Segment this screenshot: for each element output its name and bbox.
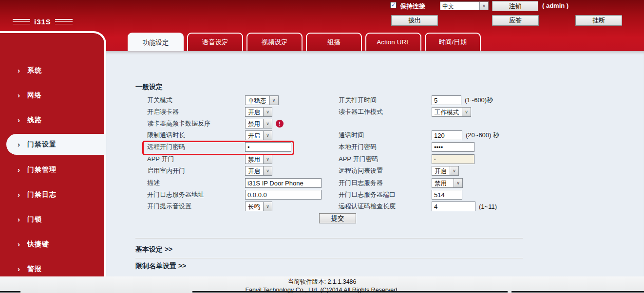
basic-settings-link[interactable]: 基本设定 >> — [135, 245, 172, 254]
field-label: 限制通话时长 — [147, 130, 185, 140]
field-label: 远程访问表设置 — [339, 166, 383, 176]
switch-open-time-input[interactable] — [432, 95, 461, 105]
footer: 当前软件版本: 2.1.1.3486 Fanvil Technology Co.… — [0, 276, 644, 293]
sidebar-item-hotkey[interactable]: › 快捷键 — [0, 238, 104, 250]
field-label: 开关模式 — [147, 95, 172, 105]
submit-button[interactable]: 提交 — [319, 213, 356, 223]
switch-mode-select[interactable]: 单稳态∨ — [245, 95, 279, 105]
chevron-down-icon: ∨ — [263, 155, 272, 164]
sidebar-item-access-log[interactable]: › 门禁日志 — [0, 189, 104, 201]
logo-lines-icon — [13, 19, 30, 25]
chevron-right-icon: › — [18, 266, 20, 273]
chevron-down-icon: ∨ — [263, 202, 272, 211]
dial-button[interactable]: 拨出 — [391, 15, 438, 26]
chevron-right-icon: › — [18, 191, 20, 198]
tab-video-settings[interactable]: 视频设定 — [246, 33, 303, 51]
hangup-button[interactable]: 挂断 — [575, 15, 622, 26]
chevron-right-icon: › — [18, 67, 20, 74]
field-label: 通话时间 — [339, 130, 364, 140]
section-title: 一般设定 — [135, 83, 163, 92]
sidebar-item-line[interactable]: › 线路 — [0, 114, 104, 126]
field-label: 本地开门密码 — [339, 142, 377, 152]
software-version: 当前软件版本: 2.1.1.3486 — [0, 276, 644, 286]
field-label: 开门日志服务器端口 — [339, 190, 396, 200]
chevron-down-icon: ∨ — [263, 131, 272, 140]
field-label: 开启读卡器 — [147, 107, 179, 117]
tab-action-url[interactable]: Action URL — [365, 33, 421, 51]
tab-time-date[interactable]: 时间/日期 — [425, 33, 481, 51]
open-door-tone-select[interactable]: 长鸣∨ — [245, 201, 272, 211]
door-log-server-address-input[interactable] — [245, 190, 322, 200]
keep-connected-checkbox[interactable]: ✓ — [390, 2, 397, 8]
tab-function-settings[interactable]: 功能设定 — [128, 33, 184, 52]
field-label: 读卡器工作模式 — [339, 107, 383, 117]
chevron-down-icon: ∨ — [454, 179, 462, 187]
field-label: 启用室内开门 — [147, 166, 185, 176]
door-log-server-select[interactable]: 禁用∨ — [432, 178, 463, 188]
app-open-door-select[interactable]: 禁用∨ — [245, 154, 272, 164]
field-label: 读卡器高频卡数据反序 — [147, 119, 210, 128]
range-hint: (1~11) — [479, 203, 497, 210]
chevron-down-icon: ∨ — [263, 166, 272, 175]
logout-button[interactable]: 注销 — [492, 1, 538, 11]
chevron-right-icon: › — [18, 92, 20, 99]
chevron-right-icon: › — [18, 241, 20, 248]
door-log-server-port-input[interactable] — [432, 190, 462, 200]
logged-in-user: ( admin ) — [542, 2, 568, 9]
sidebar-item-system[interactable]: › 系统 — [0, 65, 104, 76]
call-time-input[interactable] — [432, 130, 462, 140]
keep-connected-label: 保持连接 — [400, 2, 425, 11]
sidebar-item-door-lock[interactable]: › 门锁 — [0, 214, 104, 225]
field-label: 开门日志服务器地址 — [147, 190, 204, 200]
call-duration-limit-select[interactable]: 开启∨ — [245, 130, 272, 140]
tab-multicast[interactable]: 组播 — [306, 33, 362, 51]
field-label: 开关打开时间 — [339, 95, 377, 105]
cropped-element-edge — [192, 291, 508, 293]
remote-auth-length-input[interactable] — [432, 201, 475, 211]
divider — [135, 238, 523, 239]
logo-text: i31S — [34, 18, 51, 26]
chevron-right-icon: › — [18, 216, 20, 223]
field-label: APP 开门 — [147, 154, 174, 164]
divider — [135, 258, 523, 259]
field-label: 开门日志服务器 — [339, 178, 383, 188]
card-reader-work-mode-select[interactable]: 工作模式∨ — [432, 107, 471, 117]
cropped-element-edge — [511, 291, 644, 293]
remote-door-password-input[interactable] — [245, 142, 291, 152]
indoor-open-select[interactable]: 开启∨ — [245, 166, 272, 176]
chevron-down-icon: ∨ — [263, 119, 272, 128]
field-label: APP 开门密码 — [339, 154, 378, 164]
remote-access-table-select[interactable]: 开启∨ — [432, 166, 459, 176]
warning-icon: ! — [276, 120, 284, 128]
chevron-right-icon: › — [18, 166, 20, 173]
brand-logo: i31S — [13, 18, 73, 26]
tab-bar: 功能设定 语音设定 视频设定 组播 Action URL 时间/日期 — [128, 33, 481, 52]
chevron-down-icon: ∨ — [269, 96, 278, 105]
chevron-right-icon: › — [18, 117, 20, 124]
hf-card-reverse-select[interactable]: 禁用∨ — [245, 119, 272, 128]
sidebar-item-network[interactable]: › 网络 — [0, 90, 104, 101]
sidebar-item-access-settings[interactable]: › 门禁设置 — [0, 139, 104, 150]
logo-lines-icon — [55, 19, 73, 25]
local-door-password-input[interactable] — [432, 142, 474, 152]
restrict-list-link[interactable]: 限制名单设置 >> — [135, 262, 186, 271]
chevron-down-icon: ∨ — [479, 2, 488, 10]
field-label: 远程认证码检查长度 — [339, 201, 396, 211]
tab-audio-settings[interactable]: 语音设定 — [187, 33, 243, 51]
card-reader-enable-select[interactable]: 开启∨ — [245, 107, 272, 117]
sidebar-item-alert[interactable]: › 警报 — [0, 263, 104, 275]
chevron-down-icon: ∨ — [263, 108, 272, 116]
range-hint: (20~600) 秒 — [466, 131, 499, 140]
range-hint: (1~600)秒 — [465, 96, 493, 105]
field-label: 开门提示音设置 — [147, 201, 191, 211]
sidebar: › 系统 › 网络 › 线路 › 门禁设置 › 门禁管理 › 门禁日志 › 门锁… — [0, 31, 106, 278]
chevron-down-icon: ∨ — [450, 166, 458, 175]
chevron-right-icon: › — [18, 141, 20, 148]
sidebar-item-access-management[interactable]: › 门禁管理 — [0, 164, 104, 176]
cropped-element-edge — [0, 291, 20, 293]
answer-button[interactable]: 应答 — [492, 15, 539, 26]
description-input[interactable] — [245, 178, 322, 188]
field-label: 描述 — [147, 178, 160, 188]
app-door-password-input — [432, 154, 474, 164]
language-select[interactable]: 中文 ∨ — [440, 1, 489, 10]
